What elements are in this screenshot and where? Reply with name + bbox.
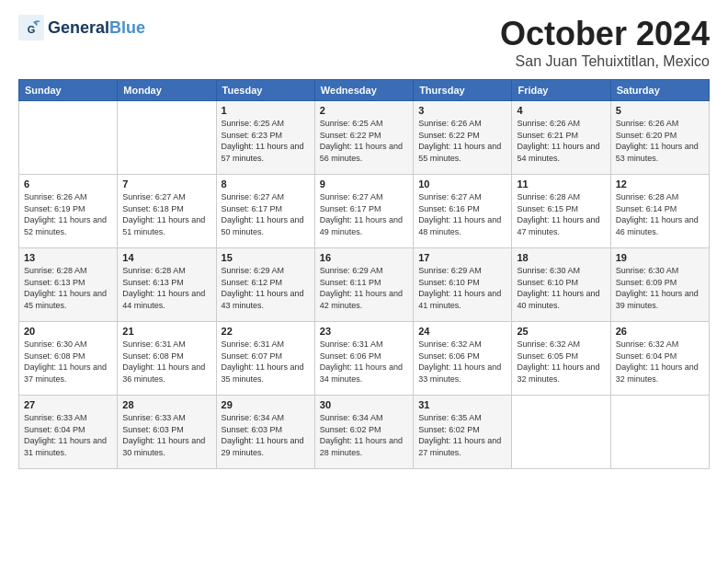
calendar-cell: 25Sunrise: 6:32 AMSunset: 6:05 PMDayligh…	[512, 322, 610, 396]
day-number: 10	[418, 178, 506, 190]
day-number: 7	[122, 178, 210, 190]
day-info: Sunrise: 6:28 AMSunset: 6:13 PMDaylight:…	[24, 265, 112, 311]
day-info: Sunrise: 6:26 AMSunset: 6:20 PMDaylight:…	[616, 118, 704, 164]
calendar-cell: 20Sunrise: 6:30 AMSunset: 6:08 PMDayligh…	[19, 322, 118, 396]
calendar-cell: 24Sunrise: 6:32 AMSunset: 6:06 PMDayligh…	[414, 322, 512, 396]
day-number: 28	[122, 399, 210, 410]
day-info: Sunrise: 6:34 AMSunset: 6:03 PMDaylight:…	[222, 412, 310, 458]
day-info: Sunrise: 6:25 AMSunset: 6:23 PMDaylight:…	[222, 118, 310, 164]
calendar-week-5: 27Sunrise: 6:33 AMSunset: 6:04 PMDayligh…	[19, 396, 710, 469]
calendar-cell: 27Sunrise: 6:33 AMSunset: 6:04 PMDayligh…	[19, 396, 118, 469]
day-info: Sunrise: 6:29 AMSunset: 6:11 PMDaylight:…	[320, 265, 408, 311]
day-number: 11	[517, 178, 605, 190]
day-number: 30	[320, 399, 408, 410]
calendar-cell: 14Sunrise: 6:28 AMSunset: 6:13 PMDayligh…	[118, 248, 216, 322]
calendar-cell: 21Sunrise: 6:31 AMSunset: 6:08 PMDayligh…	[118, 322, 216, 396]
day-number: 14	[122, 252, 210, 263]
logo-blue: Blue	[109, 18, 145, 38]
day-info: Sunrise: 6:32 AMSunset: 6:04 PMDaylight:…	[616, 339, 704, 385]
logo-general: General	[48, 18, 109, 38]
day-info: Sunrise: 6:28 AMSunset: 6:13 PMDaylight:…	[122, 265, 210, 311]
logo: G General Blue	[18, 15, 145, 40]
day-number: 1	[222, 105, 310, 116]
title-block: October 2024 San Juan Tehuixtitlan, Mexi…	[500, 15, 710, 70]
calendar-cell	[118, 101, 216, 175]
calendar-cell: 6Sunrise: 6:26 AMSunset: 6:19 PMDaylight…	[19, 175, 118, 248]
day-info: Sunrise: 6:27 AMSunset: 6:17 PMDaylight:…	[222, 191, 310, 237]
calendar-cell: 11Sunrise: 6:28 AMSunset: 6:15 PMDayligh…	[512, 175, 610, 248]
calendar-cell: 8Sunrise: 6:27 AMSunset: 6:17 PMDaylight…	[216, 175, 314, 248]
calendar-table: SundayMondayTuesdayWednesdayThursdayFrid…	[18, 79, 710, 469]
day-number: 15	[222, 252, 310, 263]
day-info: Sunrise: 6:30 AMSunset: 6:08 PMDaylight:…	[24, 339, 112, 385]
day-info: Sunrise: 6:33 AMSunset: 6:03 PMDaylight:…	[122, 412, 210, 458]
day-number: 13	[24, 252, 112, 263]
day-number: 29	[222, 399, 310, 410]
day-info: Sunrise: 6:26 AMSunset: 6:21 PMDaylight:…	[517, 118, 605, 164]
day-number: 6	[24, 178, 112, 190]
calendar-week-4: 20Sunrise: 6:30 AMSunset: 6:08 PMDayligh…	[19, 322, 710, 396]
calendar-cell: 12Sunrise: 6:28 AMSunset: 6:14 PMDayligh…	[610, 175, 709, 248]
day-number: 27	[24, 399, 112, 410]
day-info: Sunrise: 6:27 AMSunset: 6:16 PMDaylight:…	[418, 191, 506, 237]
svg-text:G: G	[28, 24, 36, 35]
day-info: Sunrise: 6:26 AMSunset: 6:19 PMDaylight:…	[24, 191, 112, 237]
calendar-cell: 7Sunrise: 6:27 AMSunset: 6:18 PMDaylight…	[118, 175, 216, 248]
day-number: 17	[418, 252, 506, 263]
calendar-cell	[610, 396, 709, 469]
calendar-cell: 29Sunrise: 6:34 AMSunset: 6:03 PMDayligh…	[216, 396, 314, 469]
day-number: 9	[320, 178, 408, 190]
calendar-cell	[19, 101, 118, 175]
calendar-cell: 1Sunrise: 6:25 AMSunset: 6:23 PMDaylight…	[216, 101, 314, 175]
calendar-week-3: 13Sunrise: 6:28 AMSunset: 6:13 PMDayligh…	[19, 248, 710, 322]
calendar-cell: 31Sunrise: 6:35 AMSunset: 6:02 PMDayligh…	[414, 396, 512, 469]
calendar-cell: 9Sunrise: 6:27 AMSunset: 6:17 PMDaylight…	[314, 175, 413, 248]
calendar-week-2: 6Sunrise: 6:26 AMSunset: 6:19 PMDaylight…	[19, 175, 710, 248]
day-info: Sunrise: 6:29 AMSunset: 6:12 PMDaylight:…	[222, 265, 310, 311]
day-info: Sunrise: 6:25 AMSunset: 6:22 PMDaylight:…	[320, 118, 408, 164]
calendar-cell: 28Sunrise: 6:33 AMSunset: 6:03 PMDayligh…	[118, 396, 216, 469]
calendar-cell: 3Sunrise: 6:26 AMSunset: 6:22 PMDaylight…	[414, 101, 512, 175]
day-info: Sunrise: 6:30 AMSunset: 6:09 PMDaylight:…	[616, 265, 704, 311]
day-info: Sunrise: 6:31 AMSunset: 6:07 PMDaylight:…	[222, 339, 310, 385]
day-number: 8	[222, 178, 310, 190]
day-info: Sunrise: 6:35 AMSunset: 6:02 PMDaylight:…	[418, 412, 506, 458]
day-number: 23	[320, 326, 408, 337]
day-info: Sunrise: 6:32 AMSunset: 6:06 PMDaylight:…	[418, 339, 506, 385]
calendar-week-1: 1Sunrise: 6:25 AMSunset: 6:23 PMDaylight…	[19, 101, 710, 175]
day-number: 22	[222, 326, 310, 337]
day-info: Sunrise: 6:34 AMSunset: 6:02 PMDaylight:…	[320, 412, 408, 458]
day-info: Sunrise: 6:28 AMSunset: 6:14 PMDaylight:…	[616, 191, 704, 237]
day-number: 19	[616, 252, 704, 263]
day-info: Sunrise: 6:31 AMSunset: 6:06 PMDaylight:…	[320, 339, 408, 385]
calendar-cell: 16Sunrise: 6:29 AMSunset: 6:11 PMDayligh…	[314, 248, 413, 322]
day-number: 31	[418, 399, 506, 410]
day-info: Sunrise: 6:29 AMSunset: 6:10 PMDaylight:…	[418, 265, 506, 311]
column-header-friday: Friday	[512, 80, 610, 101]
calendar-cell: 5Sunrise: 6:26 AMSunset: 6:20 PMDaylight…	[610, 101, 709, 175]
day-info: Sunrise: 6:27 AMSunset: 6:17 PMDaylight:…	[320, 191, 408, 237]
day-number: 24	[418, 326, 506, 337]
page: G General Blue October 2024 San Juan Teh…	[0, 0, 728, 563]
day-number: 20	[24, 326, 112, 337]
month-title: October 2024	[500, 15, 710, 53]
day-info: Sunrise: 6:32 AMSunset: 6:05 PMDaylight:…	[517, 339, 605, 385]
day-number: 25	[517, 326, 605, 337]
calendar-cell: 2Sunrise: 6:25 AMSunset: 6:22 PMDaylight…	[314, 101, 413, 175]
calendar-cell: 30Sunrise: 6:34 AMSunset: 6:02 PMDayligh…	[314, 396, 413, 469]
calendar-cell: 10Sunrise: 6:27 AMSunset: 6:16 PMDayligh…	[414, 175, 512, 248]
day-info: Sunrise: 6:26 AMSunset: 6:22 PMDaylight:…	[418, 118, 506, 164]
day-number: 3	[418, 105, 506, 116]
day-number: 5	[616, 105, 704, 116]
calendar-cell: 17Sunrise: 6:29 AMSunset: 6:10 PMDayligh…	[414, 248, 512, 322]
day-number: 21	[122, 326, 210, 337]
calendar-cell: 23Sunrise: 6:31 AMSunset: 6:06 PMDayligh…	[314, 322, 413, 396]
day-info: Sunrise: 6:30 AMSunset: 6:10 PMDaylight:…	[517, 265, 605, 311]
day-number: 2	[320, 105, 408, 116]
day-number: 12	[616, 178, 704, 190]
day-number: 18	[517, 252, 605, 263]
column-header-sunday: Sunday	[19, 80, 118, 101]
column-header-monday: Monday	[118, 80, 216, 101]
calendar-cell: 18Sunrise: 6:30 AMSunset: 6:10 PMDayligh…	[512, 248, 610, 322]
calendar-cell: 15Sunrise: 6:29 AMSunset: 6:12 PMDayligh…	[216, 248, 314, 322]
